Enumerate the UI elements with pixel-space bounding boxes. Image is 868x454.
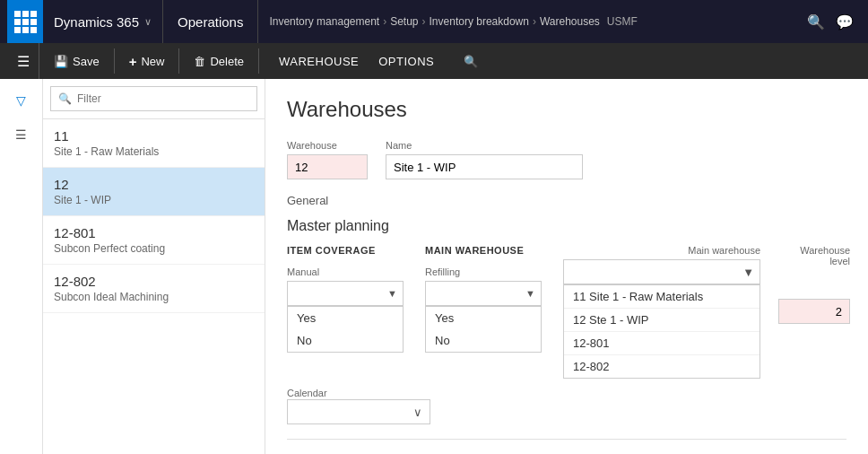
main-layout: ▽ ☰ 🔍 11 Site 1 - Raw Materials 12 Site … bbox=[0, 79, 868, 454]
filter-icon: ▽ bbox=[16, 93, 26, 108]
warehouse-level-field: Warehouse level bbox=[778, 245, 850, 324]
manual-options-list: Yes No bbox=[287, 306, 404, 353]
filter-icon-btn[interactable]: ▽ bbox=[7, 86, 36, 115]
toolbar-divider-1 bbox=[114, 48, 115, 74]
save-icon: 💾 bbox=[54, 55, 68, 68]
new-button[interactable]: + New bbox=[118, 43, 176, 79]
warehouse-menu-item[interactable]: WAREHOUSE bbox=[270, 43, 368, 79]
app-grid-button[interactable] bbox=[7, 0, 43, 43]
breadcrumb-sep-1: › bbox=[383, 15, 386, 28]
main-warehouse-dropdown-group: Main warehouse ▼ 11 Site 1 - Raw Materia… bbox=[563, 245, 760, 379]
filter-input-wrapper[interactable]: 🔍 bbox=[50, 86, 257, 111]
refilling-dropdown-arrow: ▼ bbox=[525, 288, 535, 299]
name-field: Name bbox=[386, 140, 583, 179]
item-coverage-header: ITEM COVERAGE bbox=[287, 245, 404, 256]
hamburger-menu[interactable]: ☰ bbox=[7, 43, 39, 79]
top-navigation: Dynamics 365 ∨ Operations Inventory mana… bbox=[0, 0, 868, 43]
main-warehouse-option-2[interactable]: 12 Ste 1 - WIP bbox=[564, 309, 760, 332]
save-button[interactable]: 💾 Save bbox=[43, 43, 110, 79]
breadcrumb-item-3[interactable]: Inventory breakdown bbox=[430, 15, 529, 28]
breadcrumb-item-4[interactable]: Warehouses bbox=[540, 15, 600, 28]
breadcrumb-item-2[interactable]: Setup bbox=[390, 15, 418, 28]
breadcrumb: Inventory management › Setup › Inventory… bbox=[258, 0, 807, 43]
list-item[interactable]: 12-801 Subcon Perfect coating bbox=[43, 216, 265, 265]
calendar-label: Calendar bbox=[287, 388, 327, 398]
toolbar-menu: WAREHOUSE OPTIONS bbox=[263, 43, 450, 79]
manual-label: Manual bbox=[287, 266, 404, 277]
refilling-dropdown[interactable]: ▼ bbox=[425, 281, 542, 306]
toolbar-divider-2 bbox=[178, 48, 179, 74]
main-warehouse-select-col: Main warehouse ▼ 11 Site 1 - Raw Materia… bbox=[563, 245, 850, 379]
refilling-yes-option[interactable]: Yes bbox=[426, 307, 541, 329]
calendar-chevron-icon: ∨ bbox=[413, 406, 422, 419]
delete-button[interactable]: 🗑 Delete bbox=[183, 43, 255, 79]
options-menu-item[interactable]: OPTIONS bbox=[369, 43, 443, 79]
module-name: Operations bbox=[163, 0, 258, 43]
master-planning-title: Master planning bbox=[287, 218, 846, 234]
manual-dropdown-arrow: ▼ bbox=[387, 288, 397, 299]
warehouse-label: Warehouse bbox=[287, 140, 368, 151]
planning-grid: ITEM COVERAGE Manual ▼ Yes No MAIN WAREH… bbox=[287, 245, 846, 379]
warehouse-list: 11 Site 1 - Raw Materials 12 Site 1 - WI… bbox=[43, 119, 265, 454]
content-area: Warehouses Warehouse Name General Master… bbox=[265, 79, 868, 454]
toolbar-search-icon[interactable]: 🔍 bbox=[457, 48, 484, 74]
list-icon-btn[interactable]: ☰ bbox=[7, 120, 36, 149]
list-item[interactable]: 12 Site 1 - WIP bbox=[43, 168, 265, 216]
manual-yes-option[interactable]: Yes bbox=[288, 307, 403, 329]
delete-icon: 🗑 bbox=[194, 55, 205, 68]
nav-chat-icon[interactable]: 💬 bbox=[836, 13, 854, 31]
main-warehouse-dropdown-btn[interactable]: ▼ bbox=[563, 259, 760, 284]
manual-no-option[interactable]: No bbox=[288, 329, 403, 352]
nav-search-icon[interactable]: 🔍 bbox=[807, 13, 825, 31]
breadcrumb-item-1[interactable]: Inventory management bbox=[269, 15, 379, 28]
nav-right-actions: 🔍 💬 bbox=[807, 13, 861, 31]
main-warehouse-header: MAIN WAREHOUSE bbox=[425, 245, 542, 256]
toolbar: ☰ 💾 Save + New 🗑 Delete WAREHOUSE OPTION… bbox=[0, 43, 868, 79]
warehouse-field: Warehouse bbox=[287, 140, 368, 179]
grid-icon bbox=[14, 11, 37, 33]
warehouse-input[interactable] bbox=[287, 154, 368, 179]
calendar-row: Calendar ∨ bbox=[287, 386, 846, 424]
brand-arrow: ∨ bbox=[144, 16, 152, 28]
breadcrumb-sep-2: › bbox=[422, 15, 426, 28]
warehouse-level-input[interactable] bbox=[778, 299, 850, 324]
inventory-section: Inventory and warehouse management bbox=[287, 439, 846, 454]
general-section-label: General bbox=[287, 194, 846, 207]
name-input[interactable] bbox=[386, 154, 583, 179]
warehouse-level-label: Warehouse level bbox=[778, 245, 850, 266]
brand-text: Dynamics 365 bbox=[54, 14, 139, 30]
warehouse-name-row: Warehouse Name bbox=[287, 140, 846, 179]
breadcrumb-item-5: USMF bbox=[607, 15, 638, 28]
breadcrumb-sep-3: › bbox=[533, 15, 536, 28]
refilling-label: Refilling bbox=[425, 266, 542, 277]
list-icon: ☰ bbox=[15, 127, 27, 142]
main-warehouse-col: MAIN WAREHOUSE Refilling ▼ Yes No bbox=[425, 245, 542, 353]
manual-dropdown[interactable]: ▼ bbox=[287, 281, 404, 306]
list-item[interactable]: 11 Site 1 - Raw Materials bbox=[43, 119, 265, 168]
refilling-no-option[interactable]: No bbox=[426, 329, 541, 352]
refilling-options-list: Yes No bbox=[425, 306, 542, 353]
main-warehouse-option-4[interactable]: 12-802 bbox=[564, 355, 760, 378]
item-coverage-col: ITEM COVERAGE Manual ▼ Yes No bbox=[287, 245, 404, 353]
filter-bar: 🔍 bbox=[43, 79, 265, 119]
main-warehouse-options-list: 11 Site 1 - Raw Materials 12 Ste 1 - WIP… bbox=[563, 284, 760, 379]
main-warehouse-col-label: Main warehouse bbox=[563, 245, 760, 256]
name-label: Name bbox=[386, 140, 583, 151]
list-item[interactable]: 12-802 Subcon Ideal Machining bbox=[43, 265, 265, 313]
toolbar-divider-3 bbox=[258, 48, 259, 74]
calendar-dropdown[interactable]: ∨ bbox=[287, 399, 430, 424]
filter-input[interactable] bbox=[77, 92, 249, 105]
filter-search-icon: 🔍 bbox=[58, 92, 72, 105]
page-title: Warehouses bbox=[287, 97, 846, 122]
main-warehouse-chevron: ▼ bbox=[742, 266, 754, 279]
left-panel: 🔍 11 Site 1 - Raw Materials 12 Site 1 - … bbox=[43, 79, 265, 454]
main-warehouse-option-1[interactable]: 11 Site 1 - Raw Materials bbox=[564, 285, 760, 309]
main-warehouse-option-3[interactable]: 12-801 bbox=[564, 332, 760, 355]
new-icon: + bbox=[129, 54, 137, 69]
brand-logo[interactable]: Dynamics 365 ∨ bbox=[43, 0, 163, 43]
